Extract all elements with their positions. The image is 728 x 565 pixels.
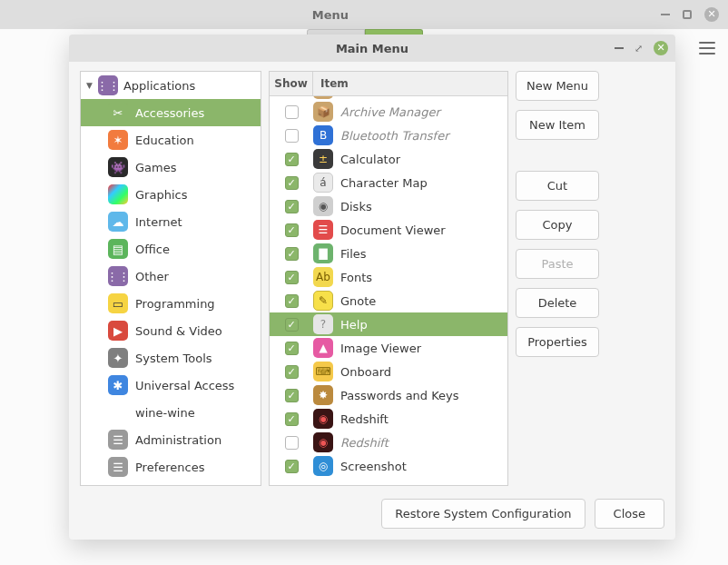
parent-minimize-icon[interactable] <box>661 14 670 15</box>
category-tree[interactable]: ▼ ⋮⋮ Applications ✂Accessories✶Education… <box>80 71 261 486</box>
item-row[interactable]: ✓☰Document Viewer <box>270 218 507 242</box>
new-item-button[interactable]: New Item <box>516 110 599 140</box>
category-icon: 👾 <box>108 157 128 177</box>
show-checkbox[interactable]: ✓ <box>285 294 299 308</box>
item-list[interactable]: ✓📦Archive Manager📦Archive ManagerBBlueto… <box>270 96 507 485</box>
show-checkbox[interactable]: ✓ <box>285 389 299 402</box>
category-label: Accessories <box>135 106 204 120</box>
item-label: Calculator <box>340 153 400 166</box>
window-minimize-icon[interactable] <box>615 47 624 49</box>
close-button[interactable]: Close <box>595 499 664 529</box>
item-label: Onboard <box>340 365 391 379</box>
new-menu-button[interactable]: New Menu <box>516 71 599 101</box>
show-checkbox[interactable] <box>285 436 299 450</box>
category-item[interactable]: ✦System Tools <box>81 344 261 372</box>
item-row[interactable]: ✓✸Passwords and Keys <box>270 383 507 407</box>
item-row[interactable]: ✓?Help <box>270 312 507 336</box>
category-item[interactable]: ▤Office <box>81 235 261 263</box>
show-checkbox[interactable]: ✓ <box>285 365 299 379</box>
item-icon: ± <box>313 149 333 169</box>
category-icon: ☰ <box>108 457 128 477</box>
category-item[interactable]: wine-wine <box>81 399 261 426</box>
category-item[interactable]: ☰Preferences <box>81 453 261 481</box>
category-label: Preferences <box>135 461 204 474</box>
category-label: System Tools <box>135 352 212 365</box>
parent-close-icon[interactable]: ✕ <box>704 7 719 22</box>
item-label: Disks <box>340 200 372 213</box>
category-item[interactable]: Graphics <box>81 181 261 208</box>
item-row[interactable]: ◉Redshift <box>270 431 507 454</box>
category-label: Programming <box>135 297 215 311</box>
window-maximize-icon[interactable]: ⤢ <box>635 43 643 55</box>
category-item[interactable]: ☰Administration <box>81 426 261 453</box>
column-header-show[interactable]: Show <box>270 72 313 95</box>
category-label: Universal Access <box>135 379 234 392</box>
item-icon: ▲ <box>313 338 333 358</box>
show-checkbox[interactable]: ✓ <box>285 176 299 190</box>
show-checkbox[interactable]: ✓ <box>285 247 299 261</box>
category-label: Internet <box>135 215 182 229</box>
item-icon: ▇ <box>313 243 333 263</box>
item-label: Files <box>340 247 367 261</box>
cut-button[interactable]: Cut <box>516 171 599 201</box>
category-label: Games <box>135 161 176 174</box>
category-icon: ✱ <box>108 375 128 395</box>
category-tree-root[interactable]: ▼ ⋮⋮ Applications <box>81 72 261 99</box>
paste-button[interactable]: Paste <box>516 249 599 279</box>
item-label: Redshift <box>340 412 389 426</box>
hamburger-menu-icon[interactable] <box>699 42 715 55</box>
item-row[interactable]: ✓◎Screenshot <box>270 454 507 478</box>
show-checkbox[interactable]: ✓ <box>285 318 299 332</box>
category-item[interactable]: ▶Sound & Video <box>81 317 261 344</box>
window-close-icon[interactable]: ✕ <box>654 41 668 55</box>
item-icon: ◎ <box>313 456 333 476</box>
item-row[interactable]: ✓▇Files <box>270 242 507 265</box>
show-checkbox[interactable]: ✓ <box>285 342 299 355</box>
category-item[interactable]: ⋮⋮Other <box>81 263 261 290</box>
item-row[interactable]: ✓◉Disks <box>270 194 507 218</box>
category-item[interactable]: ✶Education <box>81 126 261 154</box>
category-item[interactable]: 👾Games <box>81 154 261 181</box>
item-row[interactable]: ✓±Calculator <box>270 147 507 171</box>
copy-button[interactable]: Copy <box>516 210 599 240</box>
show-checkbox[interactable]: ✓ <box>285 412 299 426</box>
show-checkbox[interactable] <box>285 105 299 119</box>
column-header-item[interactable]: Item <box>313 72 507 95</box>
item-row[interactable]: ✓AbFonts <box>270 265 507 289</box>
item-row[interactable]: BBluetooth Transfer <box>270 124 507 147</box>
item-label: Gnote <box>340 294 376 308</box>
category-icon: ⋮⋮ <box>108 266 128 286</box>
category-item[interactable]: ✱Universal Access <box>81 372 261 399</box>
item-icon: ✎ <box>313 291 333 311</box>
delete-button[interactable]: Delete <box>516 288 599 318</box>
show-checkbox[interactable] <box>285 129 299 143</box>
item-row[interactable]: ✓◉Redshift <box>270 407 507 431</box>
item-row[interactable]: ✓áCharacter Map <box>270 171 507 194</box>
item-row[interactable]: 📦Archive Manager <box>270 100 507 124</box>
category-item[interactable]: ✂Accessories <box>81 99 261 126</box>
parent-maximize-icon[interactable] <box>683 10 692 19</box>
category-icon: ✶ <box>108 130 128 150</box>
item-label: Screenshot <box>340 460 407 473</box>
category-item[interactable]: ▭Programming <box>81 290 261 317</box>
item-row[interactable]: ✓⌨Onboard <box>270 360 507 383</box>
item-label: Passwords and Keys <box>340 389 459 402</box>
show-checkbox[interactable]: ✓ <box>285 223 299 237</box>
item-label: Bluetooth Transfer <box>340 129 449 143</box>
show-checkbox[interactable]: ✓ <box>285 460 299 473</box>
restore-config-button[interactable]: Restore System Configuration <box>381 499 585 529</box>
category-label: wine-wine <box>135 406 195 420</box>
window-titlebar[interactable]: Main Menu ⤢ ✕ <box>69 35 675 62</box>
item-label: Redshift <box>340 436 389 450</box>
show-checkbox[interactable]: ✓ <box>285 153 299 166</box>
item-row[interactable]: ✓▲Image Viewer <box>270 336 507 360</box>
show-checkbox[interactable]: ✓ <box>285 271 299 284</box>
show-checkbox[interactable]: ✓ <box>285 200 299 213</box>
item-icon: ⌨ <box>313 362 333 382</box>
item-row[interactable]: ✓✎Gnote <box>270 289 507 312</box>
item-label: Help <box>340 318 368 332</box>
expand-triangle-icon[interactable]: ▼ <box>86 81 93 90</box>
properties-button[interactable]: Properties <box>516 327 599 357</box>
item-icon: B <box>313 125 333 145</box>
category-item[interactable]: ☁Internet <box>81 208 261 235</box>
